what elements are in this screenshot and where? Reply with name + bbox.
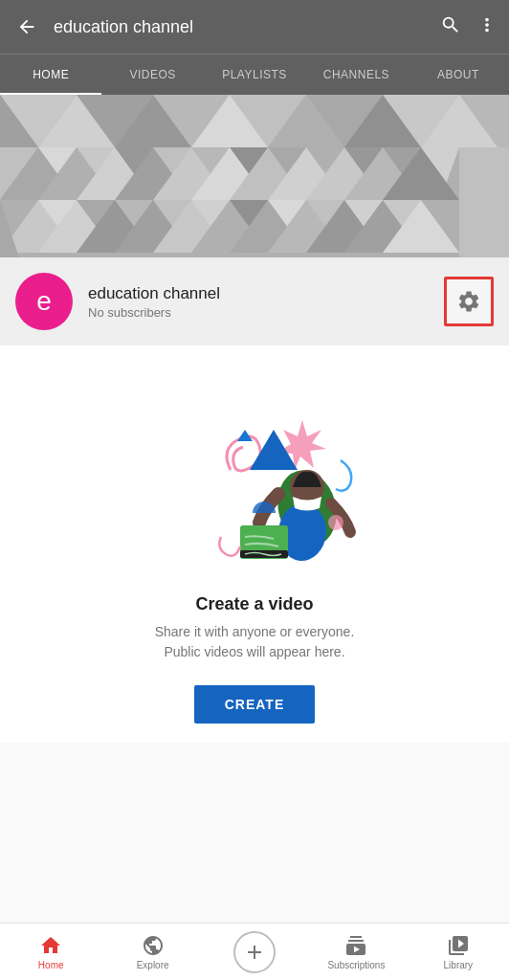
app-bar: education channel <box>0 0 509 54</box>
back-button[interactable] <box>11 16 42 37</box>
app-bar-actions <box>440 14 498 40</box>
create-video-illustration <box>149 384 360 575</box>
create-video-title: Create a video <box>195 594 313 614</box>
bottom-nav-explore[interactable]: Explore <box>101 924 203 980</box>
explore-nav-label: Explore <box>137 960 169 970</box>
tab-about[interactable]: ABOUT <box>408 55 509 95</box>
tab-playlists[interactable]: PLAYLISTS <box>204 55 305 95</box>
create-button[interactable]: CREATE <box>194 685 316 724</box>
subscriptions-nav-label: Subscriptions <box>327 960 385 970</box>
nav-tabs: HOME VIDEOS PLAYLISTS CHANNELS ABOUT <box>0 54 509 95</box>
bottom-nav-add[interactable] <box>204 924 305 980</box>
add-button[interactable] <box>233 931 276 973</box>
tab-channels[interactable]: CHANNELS <box>305 55 407 95</box>
channel-text: education channel No subscribers <box>88 284 429 320</box>
bottom-nav-subscriptions[interactable]: Subscriptions <box>305 924 407 980</box>
channel-banner <box>0 95 509 257</box>
tab-videos[interactable]: VIDEOS <box>101 55 203 95</box>
main-content: Create a video Share it with anyone or e… <box>0 345 509 743</box>
channel-info: e education channel No subscribers <box>0 257 509 345</box>
library-nav-label: Library <box>444 960 474 970</box>
bottom-nav-home[interactable]: Home <box>0 924 101 980</box>
channel-avatar: e <box>15 273 73 330</box>
svg-point-70 <box>328 515 343 530</box>
search-button[interactable] <box>440 14 461 40</box>
svg-marker-38 <box>459 147 509 200</box>
svg-marker-62 <box>459 200 509 257</box>
settings-button[interactable] <box>444 277 494 326</box>
create-video-description: Share it with anyone or everyone. Public… <box>155 622 355 662</box>
bottom-nav-library[interactable]: Library <box>408 924 509 980</box>
more-options-button[interactable] <box>476 14 498 40</box>
tab-home[interactable]: HOME <box>0 55 101 95</box>
app-bar-title: education channel <box>54 17 429 37</box>
channel-name: education channel <box>88 284 429 303</box>
bottom-nav: Home Explore Subscriptions Library <box>0 923 509 980</box>
home-nav-label: Home <box>38 960 64 970</box>
channel-subscribers: No subscribers <box>88 305 429 320</box>
